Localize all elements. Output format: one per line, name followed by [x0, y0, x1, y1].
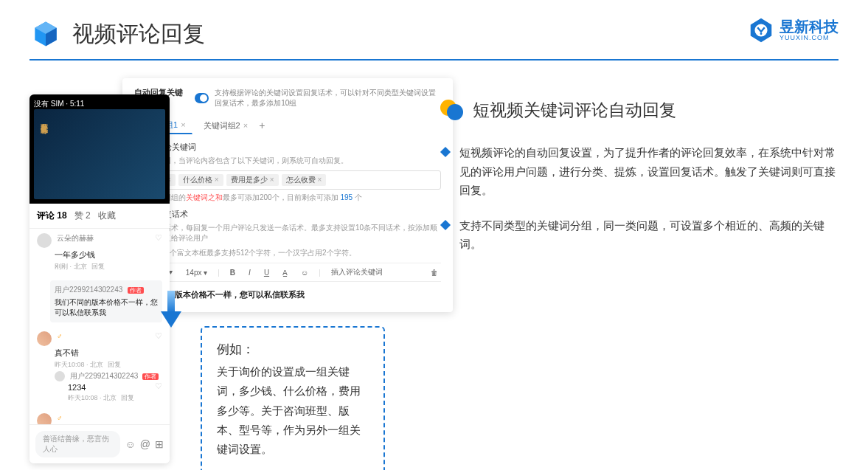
like-icon[interactable]: ♡	[155, 381, 162, 391]
bullet-item: 支持不同类型的关键词分组，同一类问题，可设置多个相近的、高频的关键词。	[439, 216, 839, 254]
bullet-text: 支持不同类型的关键词分组，同一类问题，可设置多个相近的、高频的关键词。	[459, 216, 839, 254]
example-title: 例如：	[217, 341, 369, 358]
tab-comments[interactable]: 评论 18	[37, 210, 67, 222]
cube-icon	[29, 18, 62, 50]
comment-text: 真不错	[55, 348, 162, 359]
comment-text: 一年多少钱	[55, 249, 162, 260]
keyword-tag[interactable]: 怎么收费×	[282, 174, 327, 186]
emoji-icon[interactable]: ☺	[125, 438, 135, 450]
add-tab-button[interactable]: +	[259, 120, 265, 131]
comment-item: ♂ ♡ 真不错 昨天10:08 · 北京回复 用户2299214302243 作…	[29, 327, 170, 409]
section-title: 短视频关键词评论自动回复	[473, 99, 676, 122]
comment-tabs: 评论 18 赞 2 收藏	[29, 204, 170, 229]
editor-toolbar: 系统字体 ▾ 14px ▾ | B I U A̲ ☺ | 插入评论关键词 🗑	[134, 263, 441, 282]
svg-point-5	[760, 32, 763, 35]
bullet-text: 短视频评论的自动回复设置，为了提升作者的评论回复效率，在系统中针对常见的评论用户…	[459, 143, 839, 200]
keyword-tag[interactable]: 费用是多少×	[226, 174, 279, 186]
keywords-input[interactable]: 多少钱× 什么价格× 费用是多少× 怎么收费×	[134, 170, 441, 190]
keywords-count-hint: 所有关键词组的关键词之和最多可添加200个，目前剩余可添加 195 个	[134, 193, 441, 203]
comment-meta: 昨天10:08 · 北京回复	[55, 360, 162, 370]
chat-bubble-icon	[439, 97, 464, 122]
logo-text: 昱新科技	[780, 19, 839, 34]
reply-button[interactable]: 回复	[108, 361, 121, 368]
close-icon[interactable]: ×	[243, 121, 248, 130]
at-icon[interactable]: @	[140, 438, 150, 450]
reply-text: 1234	[68, 383, 162, 392]
author-reply: 用户2299214302243 作者 我们不同的版本价格不一样，您可以私信联系我	[50, 280, 162, 322]
comment-meta: 昨天10:08 · 北京回复	[68, 393, 162, 403]
logo-subtitle: YUUXIN.COM	[780, 34, 839, 41]
reply-button[interactable]: 回复	[91, 263, 105, 270]
avatar	[37, 331, 52, 346]
arrow-down-icon	[161, 291, 181, 328]
svg-marker-7	[161, 311, 181, 328]
keyword-tag[interactable]: 什么价格×	[178, 174, 223, 186]
svg-rect-6	[167, 291, 175, 313]
tab-favorites[interactable]: 收藏	[98, 210, 116, 222]
like-icon[interactable]: ♡	[155, 331, 162, 341]
reply-section-label: 设置回复话术	[134, 209, 441, 220]
italic-button[interactable]: I	[246, 268, 254, 277]
comment-input[interactable]: 善语结善缘，恶言伤人心	[35, 431, 120, 457]
emoji-button[interactable]: ☺	[298, 268, 311, 277]
reply-text: 我们不同的版本价格不一样，您可以私信联系我	[55, 297, 158, 318]
comment-item: 云朵的赫赫 ♡ 一年多少钱 刚刚 · 北京回复	[29, 229, 170, 276]
avatar	[37, 233, 52, 248]
close-icon[interactable]: ×	[181, 120, 185, 129]
underline-button[interactable]: U	[261, 268, 272, 277]
settings-panel: 自动回复关键词评论 支持根据评论的关键词设置回复话术，可以针对不同类型关键词设置…	[122, 78, 453, 312]
settings-desc: 支持根据评论的关键词设置回复话术，可以针对不同类型关键词设置回复话术，最多添加1…	[215, 88, 441, 108]
like-icon[interactable]: ♡	[155, 233, 162, 243]
keyword-group-tab-2[interactable]: 关键词组2×	[197, 117, 255, 134]
reply-char-hint: 1 提示：一个富文本框最多支持512个字符，一个汉字占用2个字符。	[134, 248, 441, 258]
reply-button[interactable]: 回复	[121, 394, 134, 401]
comment-input-bar: 善语结善缘，恶言伤人心 ☺ @ ⊞	[29, 424, 170, 463]
keywords-hint: 设置关键词，当评论内容包含了以下关键词，则系统可自动回复。	[134, 156, 441, 166]
brand-logo: 昱新科技 YUUXIN.COM	[747, 16, 839, 44]
logo-icon	[747, 16, 775, 44]
insert-keyword-button[interactable]: 插入评论关键词	[328, 266, 386, 278]
size-select[interactable]: 14px ▾	[183, 268, 210, 277]
phone-status-bar: 没有 SIM · 5:11	[34, 99, 165, 109]
bold-button[interactable]: B	[227, 268, 238, 277]
reply-username: 用户2299214302243	[55, 286, 122, 294]
delete-icon[interactable]: 🗑	[428, 268, 441, 277]
bullet-item: 短视频评论的自动回复设置，为了提升作者的评论回复效率，在系统中针对常见的评论用户…	[439, 143, 839, 200]
avatar	[55, 371, 65, 381]
keywords-section-label: 设置评论关键词	[134, 142, 441, 153]
svg-point-9	[447, 104, 463, 120]
comment-username: 云朵的赫赫	[57, 234, 94, 242]
author-badge: 作者	[142, 373, 159, 380]
tab-likes[interactable]: 赞 2	[74, 210, 91, 222]
phone-mockup: 没有 SIM · 5:11 春有百花秋有月 夏有凉风冬有雪 评论 18 赞 2 …	[29, 94, 170, 463]
author-badge: 作者	[128, 287, 144, 294]
color-button[interactable]: A̲	[280, 268, 291, 277]
example-box: 例如： 关于询价的设置成一组关键词，多少钱、什么价格，费用多少等。关于咨询班型、…	[201, 326, 385, 470]
video-thumbnail: 春有百花秋有月 夏有凉风冬有雪	[34, 109, 165, 199]
reply-hint: 设置回复话术，每回复一个用户评论只发送一条话术。最多支持设置10条不同话术，按添…	[134, 223, 441, 243]
page-title: 视频评论回复	[72, 19, 205, 49]
example-body: 关于询价的设置成一组关键词，多少钱、什么价格，费用多少等。关于咨询班型、版本、型…	[217, 362, 369, 459]
image-icon[interactable]: ⊞	[155, 438, 164, 450]
reply-username: 用户2299214302243	[70, 372, 138, 380]
auto-reply-toggle[interactable]	[195, 93, 209, 103]
comment-meta: 刚刚 · 北京回复	[55, 262, 162, 272]
inline-reply: 用户2299214302243 作者 ♡ 1234 昨天10:08 · 北京回复	[55, 370, 162, 404]
